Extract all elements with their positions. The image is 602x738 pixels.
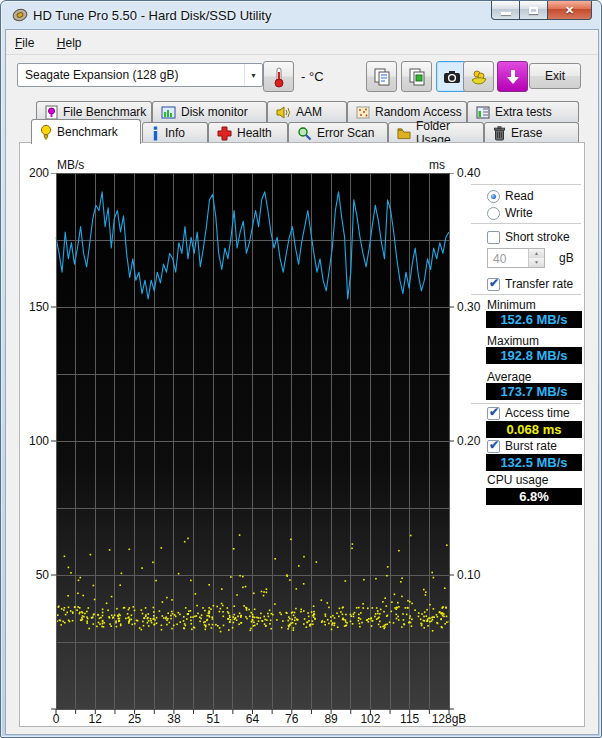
donate-button[interactable] [463, 61, 494, 92]
temperature-button[interactable] [263, 61, 294, 92]
tab-health[interactable]: Health [208, 122, 288, 143]
close-button[interactable]: ✕ [547, 1, 592, 20]
tab-label: Disk monitor [181, 105, 248, 119]
extra-tests-icon [476, 106, 490, 119]
separator [471, 223, 581, 225]
info-icon [151, 126, 160, 141]
tab-label: Benchmark [57, 125, 118, 139]
tab-label: Health [237, 126, 272, 140]
access-time-checkbox[interactable]: ✔ Access time [487, 406, 570, 420]
transfer-rate-label: Transfer rate [505, 277, 573, 291]
short-stroke-checkbox[interactable]: Short stroke [487, 230, 570, 244]
average-value: 173.7 MB/s [486, 383, 582, 400]
axis-tick-label: 64 [233, 712, 273, 726]
disk-monitor-icon [161, 106, 176, 119]
checkbox-unchecked-icon [487, 231, 500, 244]
radio-selected-icon [487, 190, 500, 203]
temperature-readout: - °C [301, 69, 324, 84]
tab-label: Extra tests [495, 105, 552, 119]
minimize-button[interactable] [491, 1, 520, 20]
maximize-icon [529, 7, 538, 14]
axis-tick-label: 51 [193, 712, 233, 726]
copy-image-icon [407, 67, 427, 87]
menubar: File Help [6, 32, 598, 55]
trash-icon [493, 126, 506, 141]
update-button[interactable] [497, 61, 528, 92]
tab-folder-usage[interactable]: Folder Usage [388, 122, 484, 143]
axis-tick-label: 128gB [429, 712, 469, 726]
folder-icon [397, 127, 411, 140]
tab-error-scan[interactable]: Error Scan [288, 122, 388, 143]
radio-unselected-icon [487, 207, 500, 220]
separator [471, 403, 581, 405]
camera-icon [442, 67, 462, 87]
tab-label: File Benchmark [63, 105, 146, 119]
benchmark-icon [40, 124, 52, 141]
thermometer-icon [270, 66, 288, 88]
maximum-value: 192.8 MB/s [486, 347, 582, 364]
titlebar[interactable]: HD Tune Pro 5.50 - Hard Disk/SSD Utility… [1, 1, 601, 29]
cpu-usage-value: 6.8% [486, 488, 582, 505]
axis-tick-label: 100 [9, 434, 49, 448]
minimize-icon [501, 12, 511, 15]
drive-select[interactable]: Seagate Expansion (128 gB) ▼ [17, 63, 263, 87]
tab-label: Erase [511, 126, 542, 140]
tab-label: Random Access [375, 105, 462, 119]
capacity-stepper[interactable]: 40 ▲▼ [487, 248, 545, 268]
copy-image-button[interactable] [401, 61, 432, 92]
minimum-value: 152.6 MB/s [486, 311, 582, 328]
axis-tick-label: 89 [311, 712, 351, 726]
minimum-label: Minimum [487, 298, 536, 312]
magnifier-icon [297, 126, 312, 141]
y-right-axis-title: ms [429, 158, 445, 172]
write-label: Write [505, 206, 533, 220]
axis-tick-label: 102 [350, 712, 390, 726]
tab-aam[interactable]: AAM [267, 101, 347, 122]
tab-disk-monitor[interactable]: Disk monitor [152, 101, 267, 122]
axis-tick-label: 150 [9, 300, 49, 314]
y-left-axis-title: MB/s [57, 158, 84, 172]
checkbox-checked-icon: ✔ [487, 407, 500, 420]
checkbox-checked-icon: ✔ [487, 440, 500, 453]
axis-tick-label: 0.10 [457, 568, 497, 582]
short-stroke-label: Short stroke [505, 230, 570, 244]
download-arrow-icon [504, 68, 522, 86]
maximum-label: Maximum [487, 334, 539, 348]
menu-help[interactable]: Help [48, 32, 91, 53]
tab-benchmark[interactable]: Benchmark [31, 119, 141, 144]
read-radio[interactable]: Read [487, 189, 534, 203]
tab-info[interactable]: Info [142, 122, 208, 143]
axis-tick-label: 25 [115, 712, 155, 726]
close-icon: ✕ [565, 4, 574, 17]
exit-button[interactable]: Exit [529, 63, 581, 89]
window-title: HD Tune Pro 5.50 - Hard Disk/SSD Utility [33, 8, 271, 23]
exit-label: Exit [545, 69, 565, 83]
separator [471, 294, 581, 296]
axis-tick-label: 115 [390, 712, 430, 726]
spinner-up-icon[interactable]: ▲ [529, 249, 544, 258]
tab-extra-tests[interactable]: Extra tests [467, 101, 579, 122]
tab-label: Info [165, 126, 185, 140]
access-time-value: 0.068 ms [486, 421, 582, 438]
capacity-unit-label: gB [559, 251, 574, 265]
app-window: HD Tune Pro 5.50 - Hard Disk/SSD Utility… [0, 0, 602, 738]
axis-tick-label: 12 [75, 712, 115, 726]
burst-rate-checkbox[interactable]: ✔ Burst rate [487, 439, 557, 453]
menu-file[interactable]: File [6, 32, 43, 53]
burst-rate-value: 132.5 MB/s [486, 454, 582, 471]
axis-tick-label: 50 [9, 568, 49, 582]
tab-label: AAM [296, 105, 322, 119]
write-radio[interactable]: Write [487, 206, 533, 220]
drive-select-value: Seagate Expansion (128 gB) [18, 68, 244, 82]
axis-tick-label: 0 [36, 712, 76, 726]
cpu-usage-label: CPU usage [487, 473, 548, 487]
spinner-down-icon[interactable]: ▼ [529, 258, 544, 267]
axis-tick-label: 200 [9, 166, 49, 180]
checkbox-checked-icon: ✔ [487, 278, 500, 291]
tab-erase[interactable]: Erase [484, 122, 579, 143]
transfer-rate-checkbox[interactable]: ✔ Transfer rate [487, 277, 573, 291]
copy-text-button[interactable] [366, 61, 397, 92]
benchmark-chart [51, 173, 454, 715]
maximize-button[interactable] [520, 1, 547, 20]
donate-hand-icon [469, 67, 489, 87]
